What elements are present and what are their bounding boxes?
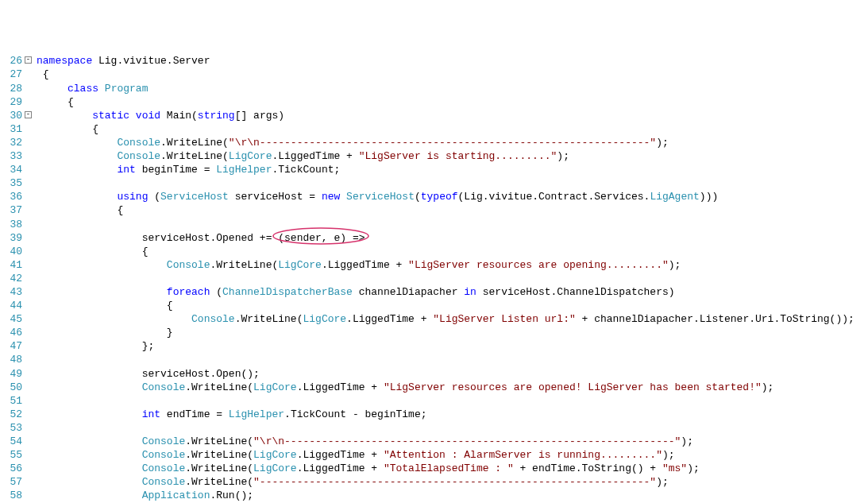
type-name: Application [142,489,210,501]
token-txt: .WriteLine( [185,462,253,474]
line-number: 56 [0,462,22,475]
type-name: Console [191,313,235,325]
code-line[interactable] [37,421,854,435]
code-line[interactable]: class Program [37,82,854,95]
code-line[interactable]: static void Main(string[] args) [37,109,854,122]
lambda-params: (sender, e) => [278,232,365,244]
token-txt: serviceHost.Open(); [142,368,260,380]
type-name: LigCore [278,259,322,271]
line-number: 30 [0,109,22,122]
line-number: 26 [0,54,22,68]
token-txt: .WriteLine( [210,259,278,271]
code-line[interactable]: serviceHost.Opened += (sender, e) => [37,231,854,245]
string-literal: "ms" [662,462,687,474]
token-txt: ); [557,150,569,162]
token-txt: .WriteLine( [185,435,253,447]
token-txt: .WriteLine( [185,476,253,488]
token-txt: .WriteLine( [185,381,253,393]
token-txt: { [68,96,74,108]
token-txt: .LiggedTime + [297,381,384,393]
type-name: Console [142,435,186,447]
type-name: Console [142,462,186,474]
code-line[interactable]: Console.WriteLine("---------------------… [37,475,854,489]
token-txt: ); [656,476,669,488]
code-line[interactable]: Console.WriteLine(LigCore.LiggedTime + "… [37,312,854,326]
code-line[interactable]: Console.WriteLine(LigCore.LiggedTime + "… [37,448,854,462]
line-number: 39 [0,231,22,245]
keyword: int [142,408,160,420]
token-txt: .WriteLine( [235,313,303,325]
code-line[interactable] [37,353,854,366]
token-txt: .WriteLine( [160,137,229,149]
code-line[interactable]: int endTime = LigHelper.TickCount - begi… [37,408,854,421]
code-line[interactable]: Console.WriteLine(LigCore.LiggedTime + "… [37,381,854,394]
type-name: LigCore [303,313,346,325]
type-name: LigCore [253,462,297,474]
type-name: ServiceHost [340,191,415,203]
code-line[interactable]: { [37,95,854,109]
token-txt: .TickCount; [272,164,340,176]
code-line[interactable]: { [37,245,854,258]
line-number: 36 [0,190,22,203]
code-line[interactable] [37,272,854,285]
line-number: 41 [0,258,22,272]
code-line[interactable] [37,218,854,231]
code-line[interactable]: Console.WriteLine("\r\n-----------------… [37,435,854,448]
string-literal: "---------------------------------------… [253,476,656,488]
type-name: Console [117,150,160,162]
type-name: LigHelper [216,164,272,176]
type-name: Program [98,83,148,95]
keyword: using [117,191,148,203]
token-txt: .LiggedTime + [346,313,433,325]
code-line[interactable]: { [37,299,854,312]
string-literal: "LigServer resources are opened! LigServ… [384,381,762,393]
line-number: 40 [0,245,22,258]
token-txt: serviceHost.Opened += [142,232,279,244]
code-line[interactable]: }; [37,339,854,353]
code-line[interactable]: Application.Run(); [37,489,854,502]
code-line[interactable]: { [37,68,854,81]
token-txt: { [167,300,173,311]
token-txt: ); [669,259,681,271]
token-txt: beginTime = [136,164,216,176]
code-line[interactable] [37,394,854,408]
code-line[interactable]: int beginTime = LigHelper.TickCount; [37,163,854,176]
code-line[interactable]: Console.WriteLine(LigCore.LiggedTime + "… [37,462,854,475]
code-line[interactable]: namespace Lig.vivitue.Server [37,54,854,68]
line-number: 49 [0,367,22,381]
fold-toggle[interactable]: - [25,56,32,64]
fold-toggle[interactable]: - [25,111,32,118]
keyword: namespace [37,55,92,67]
type-name: ChannelDispatcherBase [222,286,353,298]
token-txt: .WriteLine( [185,449,253,461]
code-line[interactable]: Console.WriteLine(LigCore.LiggedTime + "… [37,258,854,272]
token-txt: endTime = [160,408,229,420]
code-line[interactable]: Console.WriteLine("\r\n-----------------… [37,136,854,149]
code-editor[interactable]: 2627282930313233343536373839404142434445… [0,54,868,503]
keyword: typeof [421,191,458,203]
code-line[interactable]: } [37,326,854,339]
code-line[interactable] [37,176,854,190]
line-number: 42 [0,272,22,285]
line-number: 33 [0,149,22,163]
token-txt: ); [681,435,693,447]
code-line[interactable]: serviceHost.Open(); [37,367,854,381]
keyword: new [322,191,340,203]
code-area[interactable]: namespace Lig.vivitue.Server { class Pro… [33,54,854,503]
token-txt: Main( [160,110,198,122]
keyword: void [129,110,160,122]
string-literal: "\r\n-----------------------------------… [253,435,681,447]
code-line[interactable]: Console.WriteLine(LigCore.LiggedTime + "… [37,149,854,163]
token-txt: ); [656,137,669,149]
token-txt: channelDiapacher [353,286,464,298]
code-line[interactable]: using (ServiceHost serviceHost = new Ser… [37,190,854,203]
code-line[interactable]: foreach (ChannelDispatcherBase channelDi… [37,285,854,299]
code-line[interactable]: { [37,203,854,217]
type-name: Console [117,137,160,149]
code-line[interactable]: { [37,122,854,136]
line-number: 51 [0,394,22,408]
token-txt: } [167,327,173,339]
type-name: Console [142,381,186,393]
token-txt: { [92,123,98,135]
line-number: 53 [0,421,22,435]
